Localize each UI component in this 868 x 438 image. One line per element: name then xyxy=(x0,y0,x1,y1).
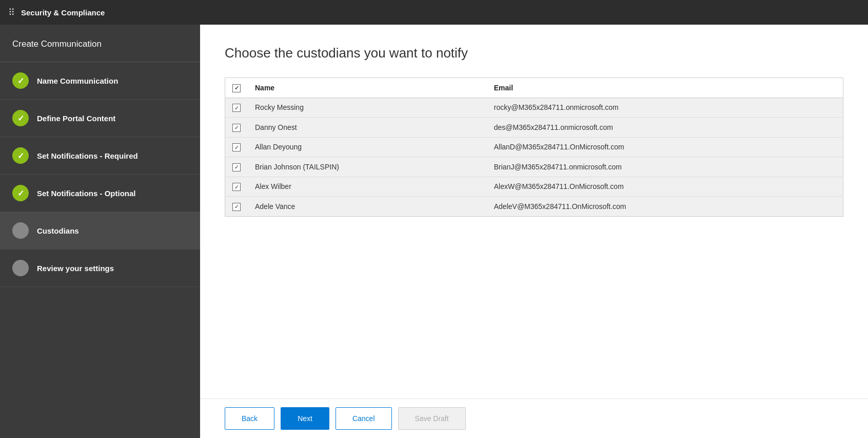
row-checkbox-cell-5 xyxy=(225,197,248,217)
row-name-2: Allan Deyoung xyxy=(248,137,487,157)
row-email-5: AdeleV@M365x284711.OnMicrosoft.com xyxy=(487,197,843,217)
row-name-1: Danny Onest xyxy=(248,118,487,138)
column-header-name: Name xyxy=(248,78,487,98)
row-email-0: rocky@M365x284711.onmicrosoft.com xyxy=(487,98,843,118)
sidebar-label-3: Set Notifications - Required xyxy=(37,151,138,160)
sidebar-item-review[interactable]: Review your settings xyxy=(0,250,200,287)
sidebar-label-4: Set Notifications - Optional xyxy=(37,189,136,198)
row-checkbox-5[interactable] xyxy=(232,203,241,211)
row-checkbox-3[interactable] xyxy=(232,163,241,172)
table-row: Alex WilberAlexW@M365x284711.OnMicrosoft… xyxy=(225,177,843,197)
content-area: Choose the custodians you want to notify… xyxy=(200,25,868,438)
check-icon-2: ✓ xyxy=(17,113,24,123)
row-checkbox-cell-3 xyxy=(225,157,248,177)
content-body: Choose the custodians you want to notify… xyxy=(200,25,868,398)
table-header-checkbox xyxy=(225,78,248,98)
row-checkbox-cell-2 xyxy=(225,137,248,157)
row-checkbox-1[interactable] xyxy=(232,124,241,132)
step-indicator-2: ✓ xyxy=(12,110,29,126)
sidebar-header: Create Communication xyxy=(0,25,200,62)
step-indicator-3: ✓ xyxy=(12,147,29,164)
row-checkbox-0[interactable] xyxy=(232,104,241,112)
row-checkbox-cell-1 xyxy=(225,118,248,138)
select-all-checkbox[interactable] xyxy=(232,84,241,92)
table-row: Brian Johnson (TAILSPIN)BrianJ@M365x2847… xyxy=(225,157,843,177)
row-checkbox-cell-0 xyxy=(225,98,248,118)
step-indicator-4: ✓ xyxy=(12,185,29,201)
apps-icon[interactable]: ⠿ xyxy=(8,7,15,18)
page-heading: Choose the custodians you want to notify xyxy=(225,45,843,61)
sidebar-label-5: Custodians xyxy=(37,226,79,235)
row-checkbox-4[interactable] xyxy=(232,183,241,191)
row-checkbox-2[interactable] xyxy=(232,143,241,151)
table-row: Allan DeyoungAllanD@M365x284711.OnMicros… xyxy=(225,137,843,157)
table-row: Danny Onestdes@M365x284711.onmicrosoft.c… xyxy=(225,118,843,138)
cancel-button[interactable]: Cancel xyxy=(336,407,392,430)
sidebar-item-define-portal[interactable]: ✓ Define Portal Content xyxy=(0,100,200,137)
save-draft-button: Save Draft xyxy=(398,407,466,430)
sidebar-item-notifications-optional[interactable]: ✓ Set Notifications - Optional xyxy=(0,175,200,212)
check-icon-1: ✓ xyxy=(17,76,24,86)
column-header-email: Email xyxy=(487,78,843,98)
row-name-4: Alex Wilber xyxy=(248,177,487,197)
step-indicator-5 xyxy=(12,222,29,239)
sidebar-item-notifications-required[interactable]: ✓ Set Notifications - Required xyxy=(0,137,200,175)
row-email-3: BrianJ@M365x284711.onmicrosoft.com xyxy=(487,157,843,177)
sidebar-label-6: Review your settings xyxy=(37,264,114,273)
row-email-2: AllanD@M365x284711.OnMicrosoft.com xyxy=(487,137,843,157)
table-row: Rocky Messingrocky@M365x284711.onmicroso… xyxy=(225,98,843,118)
row-name-5: Adele Vance xyxy=(248,197,487,217)
row-name-0: Rocky Messing xyxy=(248,98,487,118)
check-icon-4: ✓ xyxy=(17,188,24,198)
row-email-1: des@M365x284711.onmicrosoft.com xyxy=(487,118,843,138)
sidebar-label-2: Define Portal Content xyxy=(37,114,115,123)
row-name-3: Brian Johnson (TAILSPIN) xyxy=(248,157,487,177)
sidebar: Create Communication ✓ Name Communicatio… xyxy=(0,25,200,438)
step-indicator-1: ✓ xyxy=(12,72,29,89)
step-indicator-6 xyxy=(12,260,29,276)
next-button[interactable]: Next xyxy=(281,407,329,430)
app-title: Security & Compliance xyxy=(21,8,105,17)
sidebar-item-name-communication[interactable]: ✓ Name Communication xyxy=(0,62,200,100)
custodian-table: Name Email Rocky Messingrocky@M365x28471… xyxy=(225,78,843,217)
table-row: Adele VanceAdeleV@M365x284711.OnMicrosof… xyxy=(225,197,843,217)
content-footer: Back Next Cancel Save Draft xyxy=(200,398,868,438)
sidebar-item-custodians[interactable]: Custodians xyxy=(0,212,200,250)
row-email-4: AlexW@M365x284711.OnMicrosoft.com xyxy=(487,177,843,197)
main-layout: Create Communication ✓ Name Communicatio… xyxy=(0,25,868,438)
check-icon-3: ✓ xyxy=(17,151,24,161)
sidebar-label-1: Name Communication xyxy=(37,77,118,85)
topbar: ⠿ Security & Compliance xyxy=(0,0,868,25)
row-checkbox-cell-4 xyxy=(225,177,248,197)
back-button[interactable]: Back xyxy=(225,407,274,430)
